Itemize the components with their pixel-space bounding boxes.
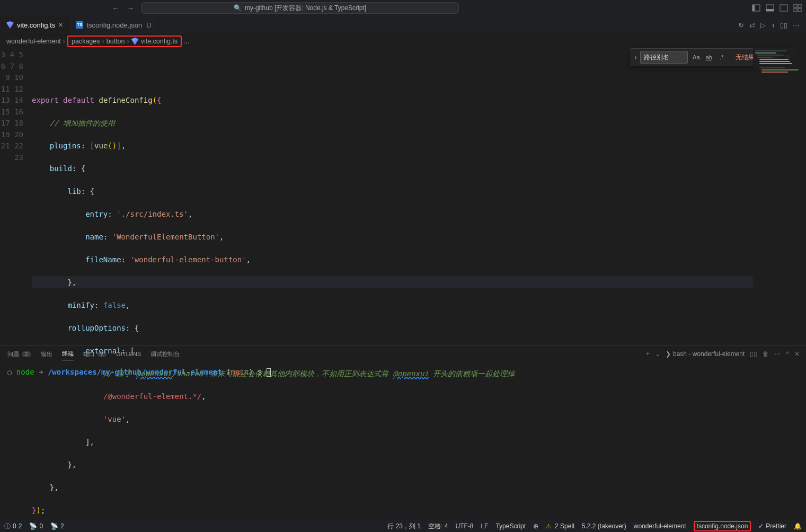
split-icon[interactable]: ⫞ xyxy=(771,21,775,29)
nav-forward-icon[interactable]: → xyxy=(125,4,136,12)
ts-icon: TS xyxy=(76,21,83,29)
modified-indicator: U xyxy=(146,21,151,29)
status-indent[interactable]: 空格: 4 xyxy=(428,522,448,531)
tab-label: tsconfig.node.json xyxy=(86,21,142,29)
status-tsconfig1[interactable]: wonderful-element xyxy=(634,522,686,530)
status-bar: ⓘ0 2 📡 0 📡 2 行 23，列 1 空格: 4 UTF-8 LF Typ… xyxy=(0,520,806,532)
status-cursor-pos[interactable]: 行 23，列 1 xyxy=(387,522,421,531)
editor-tabs: vite.config.ts × TS tsconfig.node.json U… xyxy=(0,16,806,34)
breadcrumb-more[interactable]: ... xyxy=(184,38,189,45)
timeline-icon[interactable]: ↻ xyxy=(738,21,744,29)
status-ports[interactable]: 📡 2 xyxy=(50,522,64,530)
vite-icon xyxy=(6,21,14,29)
maximize-panel-icon[interactable]: ^ xyxy=(786,350,789,358)
split-terminal-icon[interactable]: ▯▯ xyxy=(750,350,757,358)
vite-icon xyxy=(131,38,139,45)
problems-badge: 2 xyxy=(22,351,31,357)
status-copilot[interactable]: ⊕ xyxy=(533,522,538,530)
status-language[interactable]: TypeScript xyxy=(495,522,526,530)
close-panel-icon[interactable]: ✕ xyxy=(794,350,800,358)
search-result-count: 无结果 xyxy=(736,53,755,62)
toggle-replace-icon[interactable]: › xyxy=(631,53,640,61)
minimap[interactable] xyxy=(753,48,806,345)
svg-rect-3 xyxy=(766,9,774,11)
more-icon[interactable]: ⋯ xyxy=(793,21,800,29)
chevron-right-icon: › xyxy=(127,38,129,45)
line-numbers: 3 4 5 6 7 8 9 10 11 12 13 14 15 16 17 18… xyxy=(0,48,32,345)
terminal-dropdown-icon[interactable]: ⌄ xyxy=(655,350,660,358)
breadcrumb-file[interactable]: vite.config.ts xyxy=(141,38,178,45)
editor[interactable]: 3 4 5 6 7 8 9 10 11 12 13 14 15 16 17 18… xyxy=(0,48,806,345)
svg-rect-7 xyxy=(794,8,797,12)
tab-label: vite.config.ts xyxy=(17,21,55,29)
status-spell[interactable]: 2 Spell xyxy=(546,522,574,530)
code-content[interactable]: export default defineConfig({ // 增加插件的使用… xyxy=(32,48,806,345)
tab-problems[interactable]: 问题 2 xyxy=(7,350,31,358)
match-word-icon[interactable]: ab xyxy=(704,52,714,63)
chevron-right-icon: › xyxy=(102,38,104,45)
svg-rect-4 xyxy=(780,5,787,11)
svg-rect-6 xyxy=(798,4,801,7)
status-encoding[interactable]: UTF-8 xyxy=(455,522,473,530)
layout-sidebar-left-icon[interactable] xyxy=(752,4,760,12)
compare-icon[interactable]: ⇄ xyxy=(749,21,755,29)
breadcrumb-button[interactable]: button xyxy=(107,38,125,45)
status-tsconfig2[interactable]: tsconfig.node.json xyxy=(694,521,751,531)
status-bell-icon[interactable]: 🔔 xyxy=(794,522,802,530)
layout-sidebar-right-icon[interactable] xyxy=(780,4,788,12)
title-bar: ← → 🔍 my-github [开发容器: Node.js & TypeScr… xyxy=(0,0,806,16)
command-center[interactable]: 🔍 my-github [开发容器: Node.js & TypeScript] xyxy=(141,2,459,14)
more-icon[interactable]: ⋯ xyxy=(774,350,781,358)
status-radio[interactable]: 📡 0 xyxy=(29,522,43,530)
svg-rect-5 xyxy=(794,4,797,7)
close-icon[interactable]: × xyxy=(58,21,63,29)
status-prettier[interactable]: ✓ Prettier xyxy=(758,522,786,530)
command-center-text: my-github [开发容器: Node.js & TypeScript] xyxy=(245,4,366,13)
status-ts-version[interactable]: 5.2.2 (takeover) xyxy=(582,522,626,530)
status-errors[interactable]: ⓘ0 2 xyxy=(4,522,22,531)
chevron-right-icon: › xyxy=(63,38,65,45)
nav-back-icon[interactable]: ← xyxy=(110,4,121,12)
tab-vite-config[interactable]: vite.config.ts × xyxy=(0,16,69,34)
match-case-icon[interactable]: Aa xyxy=(691,52,702,63)
breadcrumb: wonderful-element › packages › button › … xyxy=(0,34,806,48)
new-terminal-icon[interactable]: + xyxy=(646,350,650,358)
customize-layout-icon[interactable] xyxy=(793,4,802,12)
svg-rect-8 xyxy=(798,8,801,12)
breadcrumb-packages[interactable]: packages xyxy=(72,38,100,45)
regex-icon[interactable]: .* xyxy=(716,52,727,63)
split-editor-icon[interactable]: ▯▯ xyxy=(780,21,787,29)
run-icon[interactable]: ▷ xyxy=(760,21,766,29)
search-input[interactable] xyxy=(640,51,688,64)
kill-terminal-icon[interactable]: 🗑 xyxy=(763,350,769,358)
tab-tsconfig[interactable]: TS tsconfig.node.json U xyxy=(69,16,158,34)
breadcrumb-root[interactable]: wonderful-element xyxy=(6,38,61,45)
layout-panel-icon[interactable] xyxy=(766,4,774,12)
svg-rect-1 xyxy=(752,5,755,11)
status-eol[interactable]: LF xyxy=(481,522,488,530)
